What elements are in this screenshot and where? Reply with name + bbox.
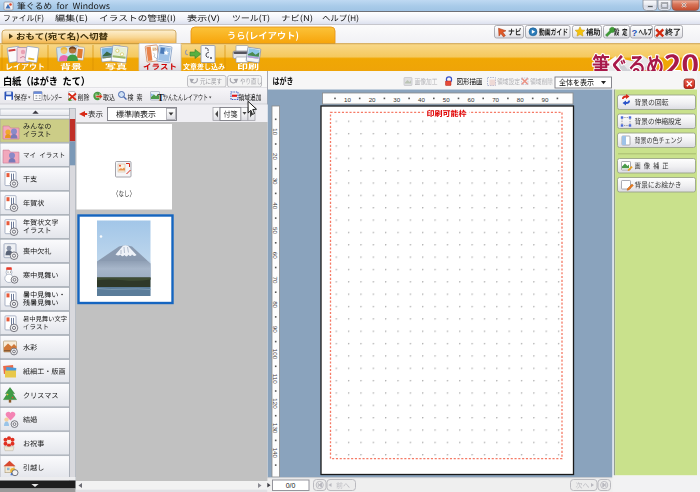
svg-text:20: 20 [369,96,376,103]
svg-text:10: 10 [344,96,351,103]
svg-text:100: 100 [272,349,279,360]
svg-text:50: 50 [272,227,279,234]
svg-text:10: 10 [272,128,279,135]
svg-text:90: 90 [542,96,549,103]
svg-text:40: 40 [272,202,279,209]
svg-text:40: 40 [418,96,425,103]
svg-text:30: 30 [272,178,279,185]
svg-text:110: 110 [272,374,279,384]
svg-text:90: 90 [272,326,279,333]
svg-text:?: ? [632,27,638,38]
svg-text:30: 30 [393,96,400,103]
svg-text:T: T [158,93,165,103]
svg-text:60: 60 [467,96,474,103]
svg-text:80: 80 [272,301,279,308]
svg-text:SS: SS [152,47,157,51]
svg-text:120: 120 [272,398,279,409]
svg-text:50: 50 [443,96,450,103]
svg-text:70: 70 [272,276,279,283]
svg-text:130: 130 [272,423,279,434]
svg-text:140: 140 [272,448,279,459]
svg-text:60: 60 [272,252,279,259]
svg-text:70: 70 [492,96,499,103]
svg-text:80: 80 [517,96,524,103]
svg-text:20: 20 [272,153,279,160]
svg-text:0/0: 0/0 [286,482,296,489]
